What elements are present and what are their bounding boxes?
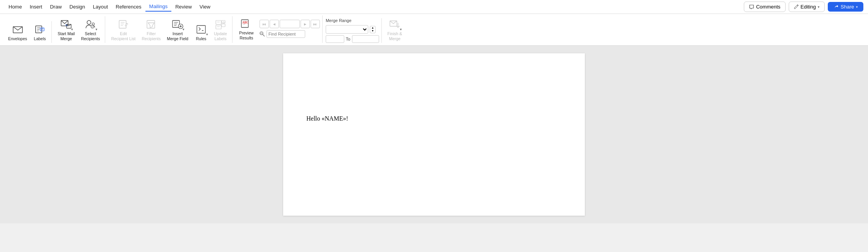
menu-item-insert[interactable]: Insert <box>26 2 46 11</box>
menu-item-view[interactable]: View <box>196 2 214 11</box>
nav-controls: ⏮ ◄ ► ⏭ <box>260 20 320 38</box>
update-labels-button[interactable]: UpdateLabels <box>211 16 230 43</box>
edit-recipient-list-button[interactable]: EditRecipient List <box>108 16 138 43</box>
editing-button[interactable]: Editing ▾ <box>789 2 825 12</box>
svg-rect-16 <box>222 24 225 27</box>
menu-item-draw[interactable]: Draw <box>46 2 65 11</box>
prev-record-button[interactable]: ◄ <box>270 20 279 28</box>
filter-recipients-icon <box>145 18 157 31</box>
insert-merge-field-icon <box>171 18 184 31</box>
document-area: Hello «NAME»! <box>0 46 868 223</box>
find-recipient-input[interactable] <box>267 30 305 38</box>
ribbon-group-create: Envelopes Labels <box>3 21 52 43</box>
menu-bar: Home Insert Draw Design Layout Reference… <box>0 0 868 14</box>
finish-merge-button[interactable]: Finish &Merge <box>385 16 405 43</box>
envelope-icon <box>12 23 24 36</box>
select-recipients-icon <box>84 18 97 31</box>
top-right-controls: Comments Editing ▾ Share ▾ <box>744 2 863 12</box>
svg-rect-14 <box>216 25 221 29</box>
svg-text:ABC: ABC <box>242 21 249 24</box>
insert-merge-field-button[interactable]: InsertMerge Field <box>164 16 191 43</box>
record-number-input[interactable] <box>280 20 300 28</box>
share-chevron-icon: ▾ <box>856 5 858 9</box>
svg-point-6 <box>92 23 94 25</box>
ribbon-group-merge-range: Merge Range ▲ ▼ To <box>323 18 382 43</box>
merge-range-select[interactable] <box>326 25 368 34</box>
spin-down-button[interactable]: ▼ <box>370 29 375 32</box>
menu-item-layout[interactable]: Layout <box>89 2 112 11</box>
merge-range-to-row: To <box>326 35 379 43</box>
svg-rect-13 <box>216 20 221 24</box>
preview-results-button[interactable]: ABC PreviewResults <box>236 15 257 42</box>
preview-nav-row: ABC PreviewResults ⏮ ◄ ► ⏭ <box>236 15 320 42</box>
ribbon: Envelopes Labels <box>0 14 868 46</box>
labels-icon <box>34 23 46 36</box>
labels-button[interactable]: Labels <box>31 21 49 43</box>
svg-rect-2 <box>40 28 44 31</box>
share-icon <box>833 4 839 10</box>
share-button[interactable]: Share ▾ <box>828 2 863 12</box>
menu-item-review[interactable]: Review <box>171 2 196 11</box>
merge-from-input[interactable] <box>326 35 344 43</box>
document-page: Hello «NAME»! <box>283 53 585 216</box>
start-mail-merge-icon <box>60 18 72 31</box>
envelopes-button[interactable]: Envelopes <box>5 21 30 43</box>
find-recipient-icon <box>260 31 265 37</box>
rules-icon <box>195 23 207 36</box>
svg-line-20 <box>263 34 265 36</box>
ribbon-group-preview: ABC PreviewResults ⏮ ◄ ► ⏭ <box>233 15 323 43</box>
ribbon-group-start: Start MailMerge SelectRecipients <box>53 16 105 43</box>
merge-to-input[interactable] <box>352 35 379 43</box>
select-recipients-button[interactable]: SelectRecipients <box>78 16 103 43</box>
svg-point-5 <box>87 20 91 24</box>
document-text: Hello «NAME»! <box>306 115 562 122</box>
edit-recipient-list-icon <box>117 18 130 31</box>
svg-rect-9 <box>147 20 155 28</box>
update-labels-icon <box>214 18 227 31</box>
filter-recipients-button[interactable]: FilterRecipients <box>139 16 163 43</box>
menu-item-design[interactable]: Design <box>66 2 89 11</box>
menu-item-home[interactable]: Home <box>5 2 26 11</box>
spin-up-button[interactable]: ▲ <box>370 26 375 29</box>
ribbon-group-finish: Finish &Merge <box>383 16 407 43</box>
last-record-button[interactable]: ⏭ <box>311 20 320 28</box>
preview-results-icon: ABC <box>240 17 253 30</box>
next-record-button[interactable]: ► <box>301 20 310 28</box>
rules-button[interactable]: Rules <box>192 21 210 43</box>
find-recipient-row <box>260 30 320 38</box>
menu-item-mailings[interactable]: Mailings <box>145 2 172 12</box>
svg-rect-8 <box>119 20 126 28</box>
comments-icon <box>749 4 754 10</box>
start-mail-merge-button[interactable]: Start MailMerge <box>55 16 77 43</box>
ribbon-group-write: EditRecipient List FilterRecipients In <box>106 16 232 43</box>
svg-point-19 <box>260 32 263 35</box>
editing-chevron-icon: ▾ <box>818 5 820 9</box>
first-record-button[interactable]: ⏮ <box>260 20 269 28</box>
document-content: Hello «NAME»! <box>306 115 562 122</box>
merge-range-select-row: ▲ ▼ <box>326 25 376 34</box>
finish-merge-icon <box>389 18 401 31</box>
svg-point-7 <box>91 25 94 28</box>
pencil-icon <box>794 4 799 9</box>
svg-rect-12 <box>197 26 205 33</box>
comments-button[interactable]: Comments <box>744 2 786 12</box>
menu-item-references[interactable]: References <box>112 2 145 11</box>
merge-range-spinner[interactable]: ▲ ▼ <box>370 26 376 33</box>
